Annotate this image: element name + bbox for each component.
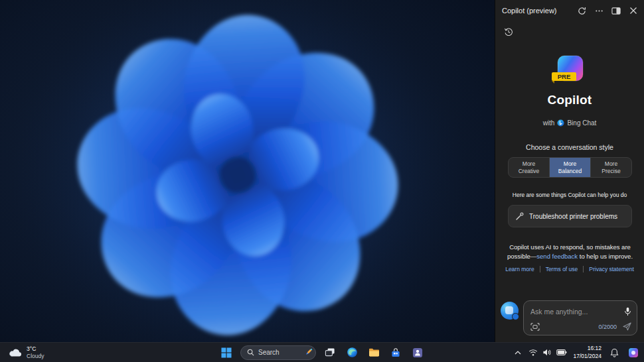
file-explorer-icon: [368, 347, 380, 357]
logo-badge-text: PRE: [558, 73, 571, 80]
copilot-panel-header: Copilot (preview): [495, 0, 644, 21]
bing-icon: [557, 119, 564, 127]
send-icon: [623, 322, 631, 331]
volume-icon[interactable]: [542, 348, 552, 357]
bloom-wallpaper-graphic: [0, 0, 495, 342]
suggestion-card[interactable]: Troubleshoot printer problems: [508, 205, 632, 227]
footer-links: Learn more Terms of use Privacy statemen…: [495, 266, 644, 272]
tray-time: 16:12: [573, 345, 602, 352]
windows-desktop-screen: Copilot (preview): [0, 0, 644, 362]
help-heading: Here are some things Copilot can help yo…: [495, 192, 644, 198]
app-title: Copilot: [495, 93, 644, 107]
windows-logo-icon: [221, 347, 232, 358]
history-icon: [504, 27, 513, 36]
wrench-icon: [515, 212, 524, 221]
learn-more-link[interactable]: Learn more: [500, 266, 539, 272]
teams-icon: [412, 347, 423, 358]
brand-subtitle: with Bing Chat: [495, 119, 644, 127]
wifi-icon[interactable]: [528, 349, 538, 357]
sidebar-toggle-button[interactable]: [608, 3, 624, 19]
ai-disclaimer: Copilot uses AI to respond, so mistakes …: [504, 243, 636, 261]
terms-of-use-link[interactable]: Terms of use: [540, 266, 584, 272]
copilot-tray-icon: [628, 347, 639, 358]
search-highlights-icon: [303, 347, 313, 357]
character-counter: 0/2000: [598, 324, 617, 330]
ellipsis-icon: [595, 7, 604, 15]
microsoft-store-icon: [390, 347, 401, 358]
sidebar-icon: [611, 7, 621, 15]
add-screenshot-button[interactable]: [530, 323, 540, 331]
clock-widget[interactable]: 16:12 17/01/2024: [572, 345, 603, 359]
brand-name: Bing Chat: [567, 119, 596, 127]
mic-button[interactable]: [624, 307, 631, 316]
file-explorer-button[interactable]: [366, 345, 382, 361]
edge-button[interactable]: [344, 345, 360, 361]
system-tray: 16:12 17/01/2024: [512, 343, 641, 362]
cloudy-weather-icon: [8, 347, 23, 357]
task-view-icon: [325, 347, 335, 358]
with-label: with: [543, 119, 555, 127]
teams-button[interactable]: [410, 345, 426, 361]
copilot-logo: PRE: [495, 54, 644, 88]
message-input[interactable]: [530, 308, 624, 316]
desktop-wallpaper: [0, 0, 495, 342]
notification-button[interactable]: [607, 345, 621, 361]
search-label: Search: [258, 349, 299, 356]
close-button[interactable]: [625, 3, 641, 19]
refresh-icon: [578, 7, 586, 15]
tray-overflow-button[interactable]: [512, 345, 524, 361]
taskbar: 3°C Cloudy Search: [0, 342, 644, 362]
conversation-style-toggle: More Creative More Balanced More Precise: [508, 157, 632, 178]
weather-widget[interactable]: 3°C Cloudy: [3, 343, 49, 362]
weather-condition: Cloudy: [27, 353, 44, 360]
send-feedback-link[interactable]: send feedback: [536, 253, 578, 260]
ribbon-fold: [552, 81, 554, 84]
start-button[interactable]: [218, 345, 234, 361]
style-option-precise[interactable]: More Precise: [591, 158, 631, 177]
privacy-statement-link[interactable]: Privacy statement: [583, 266, 639, 272]
send-button[interactable]: [623, 322, 631, 331]
chat-history-button[interactable]: [501, 24, 517, 40]
battery-icon[interactable]: [556, 349, 567, 356]
tray-date: 17/01/2024: [573, 353, 602, 360]
copilot-panel: Copilot (preview): [495, 0, 644, 342]
style-option-balanced[interactable]: More Balanced: [550, 158, 591, 177]
panel-title: Copilot (preview): [502, 0, 557, 21]
conversation-style-heading: Choose a conversation style: [495, 143, 644, 151]
suggestion-label: Troubleshoot printer problems: [529, 213, 617, 220]
more-options-button[interactable]: [591, 3, 607, 19]
chat-input-area: 0/2000: [501, 300, 637, 335]
taskbar-center: Search: [218, 343, 426, 362]
chevron-up-icon: [515, 351, 521, 355]
chat-input-box[interactable]: 0/2000: [523, 300, 637, 335]
refresh-button[interactable]: [574, 3, 590, 19]
copilot-tray-button[interactable]: [625, 345, 641, 361]
search-icon: [247, 349, 254, 356]
task-view-button[interactable]: [322, 345, 338, 361]
copilot-avatar: [501, 302, 519, 320]
edge-icon: [347, 347, 358, 358]
notification-bell-icon: [610, 348, 619, 357]
taskbar-search-box[interactable]: Search: [240, 345, 316, 360]
store-button[interactable]: [388, 345, 404, 361]
weather-temperature: 3°C: [27, 345, 44, 353]
close-icon: [629, 7, 637, 15]
weather-text: 3°C Cloudy: [27, 345, 44, 359]
microphone-icon: [624, 307, 631, 316]
screenshot-icon: [530, 323, 540, 331]
style-option-creative[interactable]: More Creative: [509, 158, 550, 177]
